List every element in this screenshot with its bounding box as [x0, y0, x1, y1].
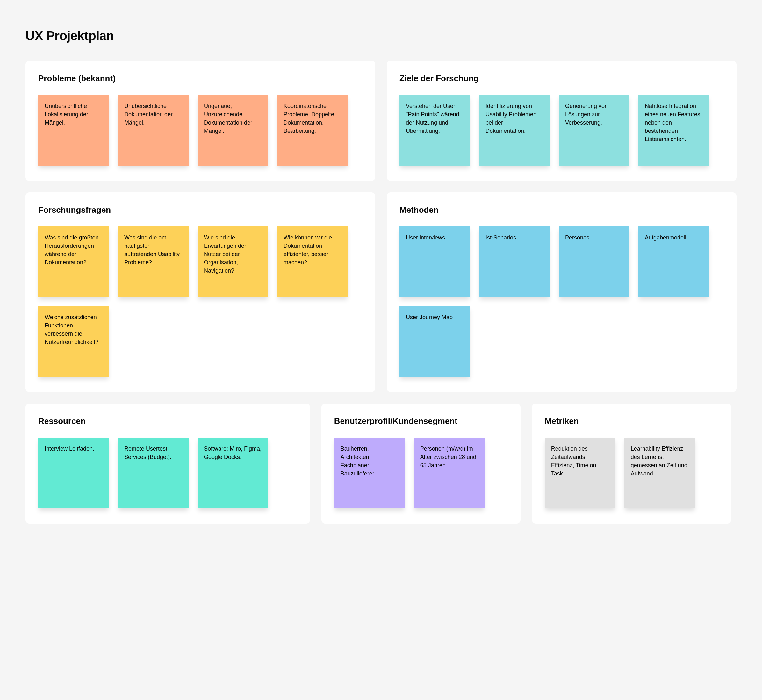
notes-profile: Bauherren, Architekten, Fachplaner, Bauz…	[334, 438, 508, 508]
sticky-note[interactable]: Learnability Effizienz des Lernens, geme…	[624, 438, 695, 508]
sticky-note[interactable]: Ungenaue, Unzureichende Dokumentation de…	[197, 95, 268, 166]
board: Probleme (bekannt) Unübersichtliche Loka…	[25, 61, 737, 523]
notes-questions: Was sind die größten Herausforderungen w…	[38, 227, 363, 377]
sticky-note[interactable]: Reduktion des Zeitaufwands. Effizienz, T…	[545, 438, 615, 508]
sticky-note[interactable]: Wie können wir die Dokumentation effizie…	[277, 227, 348, 297]
panel-profile: Benutzerprofil/Kundensegment Bauherren, …	[321, 403, 521, 523]
panel-title-profile: Benutzerprofil/Kundensegment	[334, 416, 508, 426]
sticky-note[interactable]: Personas	[559, 227, 629, 297]
notes-goals: Verstehen der User "Pain Points" wärend …	[399, 95, 724, 166]
row-1: Probleme (bekannt) Unübersichtliche Loka…	[25, 61, 737, 181]
sticky-note[interactable]: Generierung von Lösungen zur Verbesserun…	[559, 95, 629, 166]
sticky-note[interactable]: Was sind die größten Herausforderungen w…	[38, 227, 109, 297]
page-title: UX Projektplan	[25, 29, 737, 43]
panel-questions: Forschungsfragen Was sind die größten He…	[25, 192, 375, 392]
sticky-note[interactable]: User interviews	[399, 227, 470, 297]
sticky-note[interactable]: Welche zusätzlichen Funktionen verbesser…	[38, 306, 109, 377]
panel-metrics: Metriken Reduktion des Zeitaufwands. Eff…	[532, 403, 731, 523]
panel-goals: Ziele der Forschung Verstehen der User "…	[387, 61, 737, 181]
sticky-note[interactable]: Software: Miro, Figma, Google Docks.	[197, 438, 268, 508]
sticky-note[interactable]: Interview Leitfaden.	[38, 438, 109, 508]
sticky-note[interactable]: Nahtlose Integration eines neuen Feature…	[638, 95, 709, 166]
panel-methods: Methoden User interviews Ist-Senarios Pe…	[387, 192, 737, 392]
sticky-note[interactable]: User Journey Map	[399, 306, 470, 377]
notes-metrics: Reduktion des Zeitaufwands. Effizienz, T…	[545, 438, 718, 508]
sticky-note[interactable]: Koordinatorische Probleme. Doppelte Doku…	[277, 95, 348, 166]
sticky-note[interactable]: Bauherren, Architekten, Fachplaner, Bauz…	[334, 438, 405, 508]
panel-title-goals: Ziele der Forschung	[399, 73, 724, 83]
sticky-note[interactable]: Identifizierung von Usability Problemen …	[479, 95, 550, 166]
notes-resources: Interview Leitfaden. Remote Usertest Ser…	[38, 438, 297, 508]
panel-title-questions: Forschungsfragen	[38, 205, 363, 215]
notes-problems: Unübersichtliche Lokalisierung der Mänge…	[38, 95, 363, 166]
row-2: Forschungsfragen Was sind die größten He…	[25, 192, 737, 392]
sticky-note[interactable]: Unübersichtliche Lokalisierung der Mänge…	[38, 95, 109, 166]
sticky-note[interactable]: Personen (m/w/d) im Alter zwischen 28 un…	[414, 438, 485, 508]
sticky-note[interactable]: Aufgabenmodell	[638, 227, 709, 297]
panel-title-resources: Ressourcen	[38, 416, 297, 426]
sticky-note[interactable]: Wie sind die Erwartungen der Nutzer bei …	[197, 227, 268, 297]
panel-title-metrics: Metriken	[545, 416, 718, 426]
notes-methods: User interviews Ist-Senarios Personas Au…	[399, 227, 724, 377]
panel-problems: Probleme (bekannt) Unübersichtliche Loka…	[25, 61, 375, 181]
panel-title-methods: Methoden	[399, 205, 724, 215]
sticky-note[interactable]: Ist-Senarios	[479, 227, 550, 297]
row-3: Ressourcen Interview Leitfaden. Remote U…	[25, 403, 737, 523]
sticky-note[interactable]: Unübersichtliche Dokumentation der Mänge…	[118, 95, 189, 166]
sticky-note[interactable]: Verstehen der User "Pain Points" wärend …	[399, 95, 470, 166]
panel-resources: Ressourcen Interview Leitfaden. Remote U…	[25, 403, 310, 523]
sticky-note[interactable]: Remote Usertest Services (Budget).	[118, 438, 189, 508]
panel-title-problems: Probleme (bekannt)	[38, 73, 363, 83]
sticky-note[interactable]: Was sind die am häufigsten auftretenden …	[118, 227, 189, 297]
